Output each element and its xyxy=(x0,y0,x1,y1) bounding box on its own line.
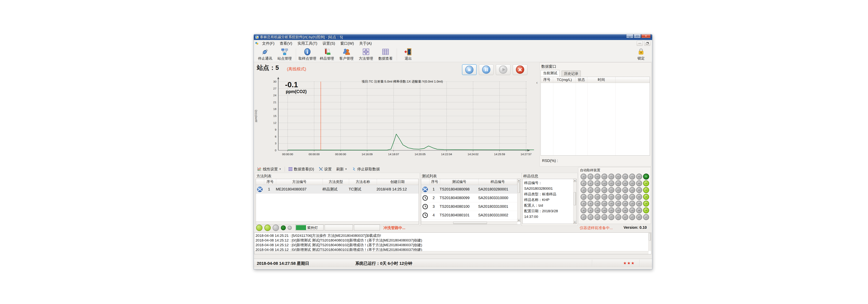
sampler-vial-J3[interactable]: J3 xyxy=(581,187,587,193)
sampler-vial-H4[interactable]: H4 xyxy=(594,194,600,200)
chart-toolbar-button[interactable]: 线性设置▼ xyxy=(255,166,283,172)
sampler-vial-A3[interactable]: A3 xyxy=(643,187,649,193)
sampler-vial-F4[interactable]: F4 xyxy=(608,194,614,200)
sampler-vial-E6[interactable]: E6 xyxy=(615,207,621,213)
data-window-table-body[interactable] xyxy=(541,83,650,156)
toolbar-button[interactable]: 客户管理 xyxy=(337,47,356,62)
sampler-vial-B4[interactable]: B4 xyxy=(636,194,642,200)
menu-item[interactable]: 实用工具(T) xyxy=(295,40,320,46)
column-header[interactable]: TC(mg/L) xyxy=(553,77,576,83)
sampler-vial-B7[interactable]: B7 xyxy=(636,214,642,220)
sampler-vial-C6[interactable]: C6 xyxy=(629,207,635,213)
sampler-vial-C5[interactable]: C5 xyxy=(629,201,635,207)
sampler-vial-E4[interactable]: E4 xyxy=(615,194,621,200)
test-list-hscrollbar[interactable] xyxy=(421,221,518,225)
toolbar-button[interactable]: 取样点管理 xyxy=(298,47,317,62)
sampler-vial-I5[interactable]: I5 xyxy=(588,201,593,207)
chart-toolbar-button[interactable]: 刷新▼ xyxy=(334,166,349,172)
sampler-vial-J5[interactable]: J5 xyxy=(581,201,587,207)
sampler-vial-I6[interactable]: I6 xyxy=(588,207,593,213)
sampler-vial-H1[interactable]: H1 xyxy=(594,174,600,179)
tab-history[interactable]: 历史记录 xyxy=(562,71,581,77)
column-header[interactable]: 序号 xyxy=(541,77,553,83)
sampler-vial-F5[interactable]: F5 xyxy=(608,201,614,207)
close-button[interactable]: × xyxy=(641,34,651,38)
sampler-vial-I2[interactable]: I2 xyxy=(588,180,593,187)
sampler-vial-C4[interactable]: C4 xyxy=(629,194,635,200)
toolbar-button[interactable]: 方法管理 xyxy=(356,47,376,62)
sampler-vial-B1[interactable]: B1 xyxy=(636,174,642,179)
sampler-vial-I4[interactable]: I4 xyxy=(588,194,593,200)
column-header[interactable]: 创建日期 xyxy=(377,179,418,185)
sampler-vial-D3[interactable]: D3 xyxy=(622,187,628,193)
column-header[interactable]: 方法编号 xyxy=(276,179,323,185)
sampler-vial-G7[interactable]: G7 xyxy=(601,214,608,220)
sampler-vial-E7[interactable]: E7 xyxy=(615,214,621,220)
sample-info-vscrollbar[interactable]: ▲ ▼ xyxy=(573,179,577,224)
sampler-vial-G4[interactable]: G4 xyxy=(601,194,608,200)
mdi-restore-button[interactable] xyxy=(644,41,650,46)
minimize-button[interactable]: ▁ xyxy=(626,34,633,38)
scroll-up-icon[interactable]: ▲ xyxy=(518,179,520,182)
toolbar-button[interactable]: 退出 xyxy=(399,47,418,62)
menu-item[interactable]: 文件(F) xyxy=(259,40,277,46)
sampler-vial-D7[interactable]: D7 xyxy=(622,214,628,220)
sampler-vial-A1[interactable]: A1 xyxy=(643,174,649,179)
sampler-vial-G2[interactable]: G2 xyxy=(601,180,608,187)
toolbar-button[interactable]: 站点管理 xyxy=(275,47,294,62)
sampler-vial-C1[interactable]: C1 xyxy=(629,174,635,179)
menu-item[interactable]: 关于(A) xyxy=(356,40,374,46)
test-list-vthumb[interactable] xyxy=(518,182,520,193)
sampler-vial-E3[interactable]: E3 xyxy=(615,187,621,193)
toolbar-button[interactable]: 数据查看 xyxy=(376,47,395,62)
sampler-vial-C3[interactable]: C3 xyxy=(629,187,635,193)
toolbar-button[interactable]: 停止通讯 xyxy=(255,47,275,62)
column-header[interactable]: 序号 xyxy=(264,179,276,185)
sampler-vial-B2[interactable]: B2 xyxy=(636,180,642,187)
log-area[interactable]: 2018-04-08 14:25:21 : [5/02411706]方法操作 方… xyxy=(254,233,651,254)
sampler-vial-E1[interactable]: E1 xyxy=(615,174,621,179)
menu-item[interactable]: 查看(V) xyxy=(277,40,295,46)
column-header[interactable]: 状态 xyxy=(576,77,587,83)
log-vscrollbar[interactable] xyxy=(648,233,651,251)
maximize-button[interactable] xyxy=(634,34,641,38)
sampler-vial-D5[interactable]: D5 xyxy=(622,201,628,207)
tab-current-test[interactable]: 当前测试 xyxy=(540,70,560,77)
column-header[interactable]: 测试编号 xyxy=(440,179,478,185)
pause-button[interactable] xyxy=(479,64,494,75)
sampler-vial-D1[interactable]: D1 xyxy=(622,174,628,179)
sampler-vial-E5[interactable]: E5 xyxy=(615,201,621,207)
column-header[interactable]: 方法名称 xyxy=(349,179,377,185)
table-row[interactable]: 1TS201804080098SA201803280001 xyxy=(421,185,518,194)
sampler-vial-J2[interactable]: J2 xyxy=(581,180,587,187)
cancel-button[interactable] xyxy=(513,64,527,75)
sampler-vial-G5[interactable]: G5 xyxy=(601,201,608,207)
test-list-hthumb[interactable] xyxy=(453,222,487,224)
scroll-down-icon[interactable]: ▼ xyxy=(518,219,520,222)
table-row[interactable]: 4TS201804080101SA201803310002 xyxy=(421,211,518,219)
method-list-body[interactable]: 1ME201804080037样品测试TC测试2018/4/8 14:25:12 xyxy=(256,185,418,219)
chart-toolbar-button[interactable]: 设置 xyxy=(317,166,334,172)
sampler-vial-I1[interactable]: I1 xyxy=(588,174,593,179)
sampler-vial-A7[interactable]: A7 xyxy=(643,214,649,220)
menu-item[interactable]: 窗口(W) xyxy=(338,40,356,46)
column-header[interactable]: 时间 xyxy=(587,77,616,83)
sampler-vial-F6[interactable]: F6 xyxy=(608,207,614,213)
toolbar-button[interactable]: 样品管理 xyxy=(317,47,337,62)
sampler-vial-F7[interactable]: F7 xyxy=(608,214,614,220)
sampler-vial-A4[interactable]: A4 xyxy=(643,194,649,200)
sampler-vial-J7[interactable]: J7 xyxy=(581,214,587,220)
sampler-vial-F3[interactable]: F3 xyxy=(608,187,614,193)
log-vthumb[interactable] xyxy=(649,233,651,241)
sampler-vial-F1[interactable]: F1 xyxy=(608,174,614,179)
table-row[interactable]: 1ME201804080037样品测试TC测试2018/4/8 14:25:12 xyxy=(256,185,418,194)
lock-button[interactable]: 锁定 xyxy=(633,47,649,61)
sampler-vial-J4[interactable]: J4 xyxy=(581,194,587,200)
sampler-vial-A2[interactable]: A2 xyxy=(643,180,649,187)
sampler-vial-H7[interactable]: H7 xyxy=(594,214,600,220)
method-list-hscrollbar[interactable] xyxy=(256,221,418,225)
sampler-vial-H2[interactable]: H2 xyxy=(594,180,600,187)
test-list-body[interactable]: 1TS201804080098SA2018032800012TS20180408… xyxy=(421,185,518,219)
scroll-down-icon[interactable]: ▼ xyxy=(574,221,577,224)
mdi-minimize-button[interactable]: — xyxy=(637,41,643,46)
